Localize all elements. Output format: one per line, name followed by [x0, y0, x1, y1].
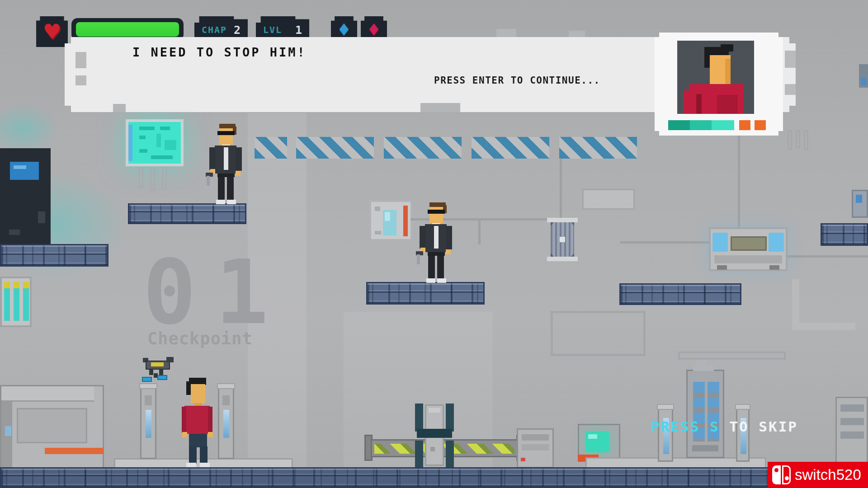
heart-badge: ♥: [36, 16, 68, 47]
platform: [366, 282, 485, 305]
tube-unit: [0, 277, 32, 327]
player-character: [180, 378, 214, 467]
skip-key: PRESS S: [651, 418, 720, 435]
watermark: switch520: [768, 462, 868, 488]
portrait-meter-orange: [739, 120, 750, 130]
dialog-bolt: [113, 104, 126, 112]
wall-panel: [369, 200, 412, 241]
platform: [821, 223, 868, 246]
checkpoint-label: Checkpoint: [147, 329, 253, 348]
circuit-board: [126, 119, 184, 166]
right-edge-device: [852, 190, 868, 218]
health-fill: [76, 22, 179, 37]
wall-pin: [788, 130, 792, 150]
dialog-bolt: [785, 84, 796, 95]
machine-far-right: [835, 397, 868, 468]
level-badge: LVL 1: [256, 16, 309, 41]
board-pin: [138, 167, 143, 188]
pipe: [620, 241, 709, 244]
chapter-label: CHAP: [202, 24, 227, 35]
wall-pin: [796, 130, 800, 148]
blue-gem-icon: ♦: [337, 20, 351, 39]
pipe: [738, 135, 740, 227]
gate-pillar: [736, 408, 750, 462]
portrait-meter-orange: [755, 120, 766, 130]
level-label: LVL: [263, 24, 282, 35]
hazard-stripes: [255, 137, 287, 159]
skip-action: TO SKIP: [729, 418, 798, 435]
corner-panel: [792, 323, 855, 330]
skip-hint: PRESS S TO SKIP: [651, 418, 798, 435]
enemy-agent: [416, 202, 454, 283]
center-machine: [415, 404, 454, 469]
hazard-stripes: [472, 137, 549, 159]
faint-machine: [582, 189, 635, 210]
dialog-bolt: [785, 51, 796, 68]
dialogue-continue-hint: PRESS ENTER TO CONTINUE...: [434, 75, 600, 86]
platform: [619, 283, 741, 305]
enemy-agent: [206, 124, 244, 204]
gate-pillar: [140, 387, 156, 459]
dialog-bolt: [75, 75, 86, 85]
chapter-badge: CHAP 2: [194, 16, 248, 41]
machine-left: [0, 385, 104, 469]
dialog-top-tab: [569, 31, 585, 38]
outline-box: [551, 311, 646, 356]
speaker-portrait: [677, 41, 754, 114]
chapter-value: 2: [234, 23, 241, 37]
outline-bar: [678, 352, 786, 360]
gate-pillar: [658, 408, 673, 462]
platform: [0, 244, 108, 267]
hazard-stripes: [384, 137, 462, 159]
portrait-panel: [655, 33, 783, 136]
machine-mid: [517, 428, 554, 468]
portrait-meter-segment: [668, 120, 690, 130]
checkpoint-number: 01: [143, 258, 288, 326]
server-rack: [0, 148, 51, 245]
wall-pin: [804, 130, 808, 150]
platform: [128, 203, 246, 224]
dialog-bolt: [75, 52, 86, 68]
portrait-meter-segment: [712, 120, 734, 130]
pipe: [478, 218, 481, 244]
portrait-meter-segment: [690, 120, 712, 130]
switch-logo-icon: [771, 465, 792, 485]
gate-pillar: [218, 387, 234, 459]
vent-unit: [547, 218, 578, 261]
hazard-stripes: [559, 137, 637, 159]
blue-gem-badge: ♦: [331, 16, 357, 41]
teal-glow-corner: [0, 104, 59, 154]
dialogue-text: I NEED TO STOP HIM!: [132, 45, 307, 59]
pipe: [788, 255, 868, 258]
board-pin: [162, 167, 167, 190]
right-edge-device: [859, 64, 868, 88]
watermark-text: switch520: [795, 466, 861, 483]
red-gem-icon: ♦: [367, 20, 381, 39]
red-gem-badge: ♦: [361, 16, 387, 41]
ground: [0, 467, 868, 488]
pipe: [560, 159, 562, 218]
level-value: 1: [295, 23, 302, 37]
game-viewport: 01 Checkpoint: [0, 0, 868, 488]
hazard-stripes: [296, 137, 374, 159]
heart-icon: ♥: [42, 21, 61, 42]
blue-machine: [709, 227, 788, 271]
dialog-bolt: [420, 103, 460, 112]
board-pin: [150, 167, 155, 191]
server-tower: [686, 370, 724, 458]
drone-robot: [142, 357, 175, 382]
